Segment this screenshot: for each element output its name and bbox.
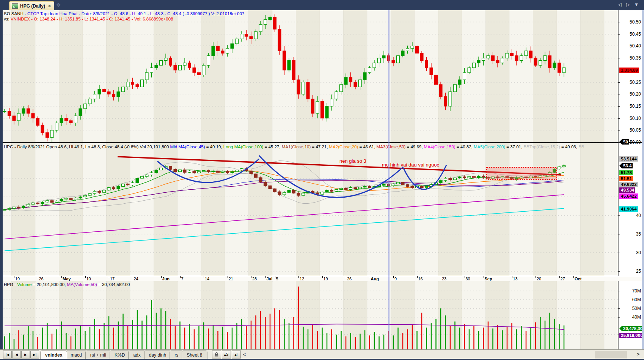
axis-tick-label: 50.25	[620, 80, 641, 85]
date-label: 23	[442, 277, 446, 281]
annotation-text-2: mo hinh vai dau vai nguoc	[382, 162, 440, 168]
date-label: 19	[15, 277, 20, 281]
date-label: Oct	[575, 277, 581, 281]
volume-chart[interactable]	[0, 281, 644, 349]
sheet-tab-macd[interactable]: macd	[66, 351, 86, 359]
date-label: 13	[513, 277, 518, 281]
axis-tick-label: 50.50	[620, 19, 641, 25]
axis-tick-label: 50.05	[620, 127, 641, 133]
sheet-nav-buttons: |◀◀▶▶|	[3, 351, 39, 358]
date-label: Sep	[485, 277, 492, 281]
lock-icon[interactable]	[212, 351, 221, 358]
date-label: May	[63, 277, 71, 281]
close-tab-icon[interactable]: ×	[48, 3, 51, 9]
document-tab[interactable]: HPG (Daily) ×	[9, 1, 54, 11]
next-sheet-button[interactable]: ▶	[21, 351, 30, 358]
annotation-text-1: nen gia so 3	[339, 158, 366, 164]
comparison-title-line1: SO SANH - CTCP Tap doan Hoa Phat - Date:…	[4, 11, 244, 16]
date-label: 24	[134, 277, 138, 281]
date-label: 10	[86, 277, 91, 281]
date-label: 21	[229, 277, 233, 281]
tab-scroll-left-icon[interactable]: <	[243, 352, 246, 357]
date-label: 17	[110, 277, 115, 281]
first-sheet-button[interactable]: |◀	[3, 351, 12, 358]
document-tab-label: HPG (Daily)	[20, 3, 45, 9]
axis-tick-label: 40M	[620, 314, 641, 320]
date-label: Aug	[371, 277, 379, 281]
date-label: 20	[537, 277, 541, 281]
axis-value-tag: 53.5144	[619, 156, 638, 162]
date-label: Jun	[162, 277, 170, 281]
date-label: 26	[39, 277, 44, 281]
move-icon: ✥	[56, 2, 61, 8]
axis-tick-label: 50.20	[620, 91, 641, 97]
sheet-tab-sheet-8[interactable]: Sheet 8	[182, 351, 207, 359]
axis-tick-label: 50.35	[620, 55, 641, 61]
axis-tick-label: 40	[620, 213, 641, 218]
selected-bar-cursor-line	[388, 10, 390, 349]
hpg-price-panel[interactable]: nen gia so 3mo hinh vai dau vai nguoc HP…	[0, 142, 644, 277]
sheet-tab-rs[interactable]: rs	[170, 351, 183, 359]
date-label: 16	[418, 277, 423, 281]
axis-value-tag: 1,334.89	[619, 68, 639, 73]
axis-tick-label: 35	[620, 231, 641, 237]
axis-value-tag: 51.78	[619, 170, 633, 175]
axis-tick-label: 50.15	[620, 104, 641, 109]
window-left-edge	[0, 0, 3, 360]
tab-scroll-right-icon[interactable]: ▷	[626, 2, 630, 7]
date-label: 12	[300, 277, 304, 281]
window-right-edge	[642, 10, 644, 349]
axis-value-tag: 49.6322	[619, 182, 638, 187]
axis-value-tag: 53.4	[619, 163, 633, 168]
sheet-tab-day-dinh[interactable]: day dinh	[144, 351, 171, 359]
titlebar: HPG (Daily) × ✥ ◁▷▼	[0, 0, 644, 10]
sheet-tab-adx[interactable]: adx	[128, 351, 145, 359]
volume-title-line: HPG - Volume = 20,101,800.00, MA(Volume,…	[4, 282, 130, 287]
axis-value-tag: 41.9064	[619, 206, 638, 212]
axis-value-tag: 30,478,300	[619, 326, 644, 331]
tabbar-scroll-thumb[interactable]	[595, 351, 627, 358]
date-label: 7	[181, 277, 184, 281]
axis-tick-label: 50M	[620, 306, 641, 311]
axis-value-tag: 45.6422	[619, 193, 638, 199]
consolidation-box-annotation	[487, 167, 557, 179]
hpg-title-line: HPG - Daily 8/6/2021 Open 48.6, Hi 49.1,…	[4, 145, 584, 149]
date-label: 28	[252, 277, 257, 281]
last-sheet-button[interactable]: ▶|	[30, 351, 39, 358]
sheet-aux-buttons: ▴S▴I	[211, 351, 241, 358]
sheet-tab-bar: |◀◀▶▶| vnindexmacdrsi + mfiK%Dadxday din…	[0, 349, 644, 359]
titlebar-nav-icons: ◁▷▼	[618, 2, 639, 7]
vnindex-price-panel[interactable]: SO SANH - CTCP Tap doan Hoa Phat - Date:…	[0, 10, 644, 142]
tab-scroll-left-icon[interactable]: ◁	[618, 2, 622, 7]
charting-app-window: HPG (Daily) × ✥ ◁▷▼ SO SANH - CTCP Tap d…	[0, 0, 644, 360]
vnindex-chart[interactable]	[0, 10, 644, 142]
axis-value-tag: 49.534	[619, 187, 635, 193]
axis-tick-label: 50.40	[620, 43, 641, 49]
date-label: 5	[276, 277, 278, 281]
date-label: Jul	[267, 277, 273, 281]
date-label: 9	[394, 277, 397, 281]
date-label: 14	[205, 277, 209, 281]
axis-tick-label: 70M	[620, 288, 641, 294]
prev-sheet-button[interactable]: ◀	[12, 351, 21, 358]
axis-tick-label: 50.45	[620, 31, 641, 37]
tab-list-dropdown-icon[interactable]: ▼	[634, 2, 639, 7]
sheet-tab-k-d[interactable]: K%D	[110, 351, 130, 359]
volume-panel[interactable]: HPG - Volume = 20,101,800.00, MA(Volume,…	[0, 281, 644, 349]
sheet-tabs: vnindexmacdrsi + mfiK%Dadxday dinhrsShee…	[42, 351, 207, 359]
date-label: 30	[466, 277, 470, 281]
axis-value-tag: 25,918,000	[619, 333, 644, 338]
scale-i-icon[interactable]: ▴I	[232, 351, 241, 358]
axis-value-tag: 51.51	[619, 176, 633, 181]
sheet-tab-vnindex[interactable]: vnindex	[40, 351, 67, 359]
axis-tick-label: 25	[620, 269, 641, 274]
tab-scroll-right-icon[interactable]: >	[636, 351, 639, 357]
axis-tick-label: 30	[620, 250, 641, 255]
sheet-tab-rsi-mfi[interactable]: rsi + mfi	[85, 351, 111, 359]
scale-s-icon[interactable]: ▴S	[222, 351, 231, 358]
date-label: 26	[347, 277, 352, 281]
axis-tick-label: 60M	[620, 297, 641, 302]
hpg-chart[interactable]: nen gia so 3mo hinh vai dau vai nguoc	[0, 143, 644, 276]
date-label: 19	[324, 277, 328, 281]
chart-icon	[12, 3, 18, 9]
